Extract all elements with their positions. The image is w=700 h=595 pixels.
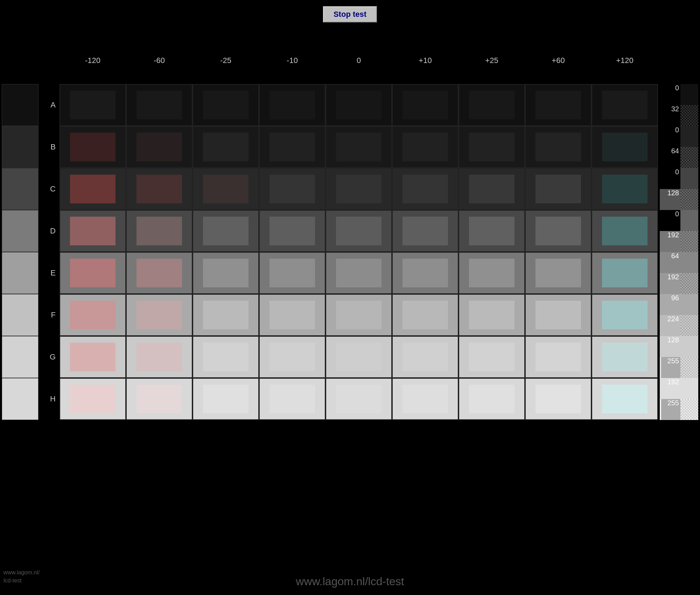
col-header-9: +120 <box>592 56 658 65</box>
cell-f-9 <box>592 294 658 336</box>
cell-c-1 <box>59 168 126 210</box>
cell-e-5 <box>326 252 392 294</box>
column-headers: -120 -60 -25 -10 0 +10 +25 +60 +120 <box>59 56 658 65</box>
cell-d-3 <box>192 210 259 252</box>
cell-d-1 <box>59 210 126 252</box>
cell-h-9 <box>592 378 658 420</box>
left-preview-a <box>2 84 38 126</box>
grid-row-g <box>59 336 658 378</box>
col-header-2: -60 <box>126 56 192 65</box>
cell-b-5 <box>326 126 392 168</box>
cell-h-5 <box>326 378 392 420</box>
grid-area <box>59 84 658 420</box>
left-preview-e <box>2 252 38 294</box>
cell-a-8 <box>525 84 592 126</box>
right-val-b-top: 0 <box>660 126 698 147</box>
right-label-pair-f: 96 224 <box>660 294 698 336</box>
cell-c-9 <box>592 168 658 210</box>
right-val-a-top: 0 <box>660 84 698 105</box>
cell-b-8 <box>525 126 592 168</box>
cell-b-3 <box>192 126 259 168</box>
cell-a-1 <box>59 84 126 126</box>
cell-c-4 <box>259 168 326 210</box>
right-val-g-top: 128 <box>660 336 698 357</box>
left-preview-g <box>2 336 38 378</box>
cell-h-4 <box>259 378 326 420</box>
right-val-f-top: 96 <box>660 294 698 315</box>
cell-f-5 <box>326 294 392 336</box>
col-header-5: 0 <box>326 56 392 65</box>
cell-e-3 <box>192 252 259 294</box>
cell-h-3 <box>192 378 259 420</box>
cell-c-6 <box>392 168 458 210</box>
cell-d-9 <box>592 210 658 252</box>
cell-d-6 <box>392 210 458 252</box>
cell-b-9 <box>592 126 658 168</box>
row-label-e: E <box>38 252 58 294</box>
grid-row-a <box>59 84 658 126</box>
right-val-d-bot: 192 <box>660 231 698 252</box>
cell-g-8 <box>525 336 592 378</box>
cell-g-5 <box>326 336 392 378</box>
left-preview-c <box>2 168 38 210</box>
cell-e-1 <box>59 252 126 294</box>
left-preview-f <box>2 294 38 336</box>
left-preview-h <box>2 378 38 420</box>
right-val-e-top: 64 <box>660 252 698 273</box>
cell-h-7 <box>458 378 525 420</box>
right-val-e-bot: 192 <box>660 273 698 294</box>
stop-test-button[interactable]: Stop test <box>323 6 377 22</box>
main-content: -120 -60 -25 -10 0 +10 +25 +60 +120 A B … <box>0 35 700 595</box>
right-val-d-top: 0 <box>660 210 698 231</box>
cell-d-2 <box>126 210 192 252</box>
row-labels: A B C D E F G H <box>38 84 58 420</box>
grid-row-d <box>59 210 658 252</box>
cell-h-6 <box>392 378 458 420</box>
cell-b-2 <box>126 126 192 168</box>
cell-c-2 <box>126 168 192 210</box>
col-header-1: -120 <box>59 56 126 65</box>
cell-c-3 <box>192 168 259 210</box>
right-val-f-bot: 224 <box>660 315 698 336</box>
col-header-6: +10 <box>392 56 458 65</box>
right-val-c-top: 0 <box>660 168 698 189</box>
cell-g-1 <box>59 336 126 378</box>
cell-a-6 <box>392 84 458 126</box>
cell-f-8 <box>525 294 592 336</box>
cell-a-5 <box>326 84 392 126</box>
cell-g-6 <box>392 336 458 378</box>
grid-row-h <box>59 378 658 420</box>
grid-row-b <box>59 126 658 168</box>
right-label-pair-e: 64 192 <box>660 252 698 294</box>
cell-e-6 <box>392 252 458 294</box>
col-header-4: -10 <box>259 56 326 65</box>
row-label-g: G <box>38 336 58 378</box>
cell-c-5 <box>326 168 392 210</box>
cell-a-4 <box>259 84 326 126</box>
right-label-pair-c: 0 128 <box>660 168 698 210</box>
left-preview-b <box>2 126 38 168</box>
cell-g-9 <box>592 336 658 378</box>
cell-f-4 <box>259 294 326 336</box>
cell-f-2 <box>126 294 192 336</box>
row-label-d: D <box>38 210 58 252</box>
cell-c-8 <box>525 168 592 210</box>
left-previews <box>2 84 38 420</box>
grid-row-f <box>59 294 658 336</box>
row-label-c: C <box>38 168 58 210</box>
cell-e-9 <box>592 252 658 294</box>
cell-d-8 <box>525 210 592 252</box>
right-label-pair-a: 0 32 <box>660 84 698 126</box>
cell-h-1 <box>59 378 126 420</box>
cell-c-7 <box>458 168 525 210</box>
row-label-h: H <box>38 378 58 420</box>
row-label-b: B <box>38 126 58 168</box>
right-val-b-bot: 64 <box>660 147 698 168</box>
cell-e-7 <box>458 252 525 294</box>
cell-a-7 <box>458 84 525 126</box>
cell-h-8 <box>525 378 592 420</box>
right-val-a-bot: 32 <box>660 105 698 126</box>
cell-d-7 <box>458 210 525 252</box>
cell-a-2 <box>126 84 192 126</box>
cell-g-7 <box>458 336 525 378</box>
